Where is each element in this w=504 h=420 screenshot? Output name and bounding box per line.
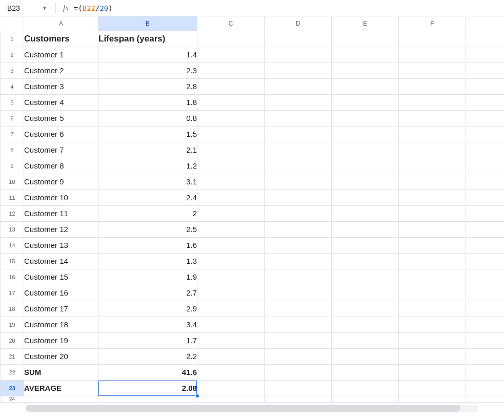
cell[interactable] bbox=[399, 364, 466, 380]
cell[interactable] bbox=[265, 190, 332, 205]
cell[interactable] bbox=[197, 94, 265, 110]
cell[interactable] bbox=[332, 142, 399, 158]
cell[interactable] bbox=[197, 190, 265, 205]
cell[interactable] bbox=[466, 348, 505, 364]
cell[interactable] bbox=[265, 47, 332, 62]
cell[interactable] bbox=[466, 253, 505, 269]
cell[interactable] bbox=[197, 396, 265, 402]
row-header[interactable]: 18 bbox=[1, 301, 24, 317]
cell[interactable] bbox=[265, 380, 332, 396]
cell[interactable] bbox=[197, 380, 265, 396]
cell[interactable] bbox=[332, 301, 399, 317]
cell[interactable] bbox=[265, 301, 332, 317]
cell[interactable] bbox=[197, 205, 265, 221]
cell[interactable] bbox=[197, 301, 265, 317]
cell[interactable] bbox=[265, 396, 332, 402]
cell[interactable] bbox=[399, 237, 466, 253]
cell[interactable] bbox=[265, 205, 332, 221]
cell[interactable] bbox=[332, 317, 399, 332]
cell[interactable] bbox=[197, 221, 265, 237]
cell[interactable] bbox=[265, 78, 332, 94]
row-header[interactable]: 20 bbox=[1, 332, 24, 348]
cell[interactable] bbox=[332, 332, 399, 348]
cell[interactable]: 1.2 bbox=[98, 158, 197, 174]
cell[interactable] bbox=[399, 317, 466, 332]
cell[interactable] bbox=[399, 31, 466, 47]
cell[interactable] bbox=[332, 78, 399, 94]
cell[interactable]: Customer 10 bbox=[24, 190, 98, 205]
row-header[interactable]: 11 bbox=[1, 190, 24, 205]
row-header[interactable]: 16 bbox=[1, 269, 24, 285]
cell[interactable]: 1.3 bbox=[98, 253, 197, 269]
row-header[interactable]: 21 bbox=[1, 348, 24, 364]
cell[interactable] bbox=[399, 380, 466, 396]
row-header[interactable]: 22 bbox=[1, 364, 24, 380]
name-box[interactable]: B23 ▼ bbox=[4, 2, 50, 14]
cell[interactable]: AVERAGE bbox=[24, 380, 98, 396]
cell[interactable]: 2.3 bbox=[98, 62, 197, 78]
cell[interactable] bbox=[466, 94, 505, 110]
cell[interactable] bbox=[265, 253, 332, 269]
column-header-A[interactable]: A bbox=[24, 16, 98, 31]
column-header-F[interactable]: F bbox=[399, 16, 466, 31]
row-header[interactable]: 10 bbox=[1, 174, 24, 190]
cell[interactable] bbox=[466, 62, 505, 78]
row-header[interactable]: 17 bbox=[1, 285, 24, 301]
cell[interactable]: Customer 18 bbox=[24, 317, 98, 332]
cell[interactable] bbox=[332, 221, 399, 237]
cell[interactable] bbox=[466, 237, 505, 253]
cell[interactable]: Lifespan (years) bbox=[98, 31, 197, 47]
cell[interactable] bbox=[332, 396, 399, 402]
spreadsheet-grid[interactable]: A B C D E F 1CustomersLifespan (years)2C… bbox=[0, 16, 504, 403]
cell[interactable] bbox=[265, 126, 332, 142]
cell[interactable]: 2.7 bbox=[98, 285, 197, 301]
cell[interactable]: Customer 7 bbox=[24, 142, 98, 158]
cell[interactable] bbox=[399, 285, 466, 301]
row-header[interactable]: 1 bbox=[1, 31, 24, 47]
cell[interactable] bbox=[466, 396, 505, 402]
cell[interactable] bbox=[399, 62, 466, 78]
cell[interactable]: 1.9 bbox=[98, 269, 197, 285]
cell[interactable]: 41.6 bbox=[98, 364, 197, 380]
cell[interactable] bbox=[466, 78, 505, 94]
select-all-corner[interactable] bbox=[1, 16, 24, 31]
formula-input[interactable]: = ( B22 / 20 ) bbox=[74, 4, 500, 12]
cell[interactable] bbox=[197, 126, 265, 142]
cell[interactable]: 0.8 bbox=[98, 110, 197, 126]
cell[interactable] bbox=[265, 62, 332, 78]
cell[interactable]: 3.1 bbox=[98, 174, 197, 190]
cell[interactable] bbox=[399, 348, 466, 364]
cell[interactable] bbox=[332, 380, 399, 396]
cell[interactable] bbox=[332, 285, 399, 301]
cell[interactable] bbox=[466, 190, 505, 205]
cell[interactable] bbox=[197, 78, 265, 94]
cell[interactable] bbox=[399, 47, 466, 62]
cell[interactable]: 2.5 bbox=[98, 221, 197, 237]
cell[interactable]: Customer 14 bbox=[24, 253, 98, 269]
cell[interactable] bbox=[265, 94, 332, 110]
row-header[interactable]: 2 bbox=[1, 47, 24, 62]
cell[interactable] bbox=[197, 237, 265, 253]
column-header-C[interactable]: C bbox=[197, 16, 265, 31]
cell[interactable] bbox=[265, 317, 332, 332]
cell[interactable] bbox=[265, 269, 332, 285]
cell[interactable] bbox=[399, 205, 466, 221]
cell[interactable]: Customer 12 bbox=[24, 221, 98, 237]
cell[interactable] bbox=[197, 110, 265, 126]
row-header[interactable]: 6 bbox=[1, 110, 24, 126]
cell[interactable] bbox=[24, 396, 98, 402]
cell[interactable] bbox=[466, 269, 505, 285]
cell[interactable] bbox=[197, 31, 265, 47]
row-header[interactable]: 4 bbox=[1, 78, 24, 94]
cell[interactable]: 1.4 bbox=[98, 47, 197, 62]
cell[interactable] bbox=[399, 269, 466, 285]
cell[interactable] bbox=[466, 47, 505, 62]
column-header-B[interactable]: B bbox=[98, 16, 197, 31]
cell[interactable] bbox=[399, 174, 466, 190]
cell[interactable]: Customer 2 bbox=[24, 62, 98, 78]
cell[interactable] bbox=[399, 253, 466, 269]
cell[interactable] bbox=[466, 221, 505, 237]
cell[interactable] bbox=[399, 126, 466, 142]
cell[interactable] bbox=[197, 142, 265, 158]
cell[interactable] bbox=[265, 348, 332, 364]
